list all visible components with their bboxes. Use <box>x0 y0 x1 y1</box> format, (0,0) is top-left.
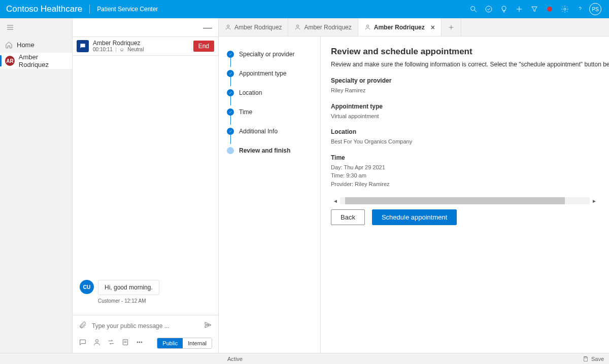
svg-point-15 <box>141 342 142 343</box>
pill-internal[interactable]: Internal <box>183 338 212 348</box>
tab-bar: Amber Rodriquez Amber Rodriquez Amber Ro… <box>219 18 609 37</box>
svg-point-17 <box>297 25 299 27</box>
send-icon[interactable] <box>204 321 212 331</box>
field-time: Time Day: Thu Apr 29 2021 Time: 9:30 am … <box>331 154 609 189</box>
call-timer: 00:10:11 <box>93 47 113 53</box>
transfer-icon[interactable] <box>107 338 115 348</box>
field-location: Location Best For You Organics Company <box>331 128 609 146</box>
minimize-icon[interactable]: — <box>203 22 212 33</box>
lightbulb-icon[interactable] <box>496 0 512 18</box>
app-header: Contoso Healthcare Patient Service Cente… <box>0 0 609 18</box>
horizontal-scrollbar[interactable]: ◄ ► <box>331 197 609 204</box>
notes-icon[interactable] <box>121 338 129 348</box>
svg-line-1 <box>475 10 477 12</box>
chat-message: CU Hi, good morning. <box>80 280 211 295</box>
close-icon[interactable]: × <box>431 23 435 31</box>
nav-session[interactable]: AR Amber Rodriquez <box>0 53 72 69</box>
sentiment-icon: ☺ <box>119 47 124 53</box>
conversation-header: Amber Rodriquez 00:10:11 ☺ Neutral End <box>73 37 218 56</box>
chat-body: CU Hi, good morning. Customer - 12:12 AM <box>73 56 218 315</box>
end-button[interactable]: End <box>193 41 214 52</box>
svg-point-9 <box>95 340 98 342</box>
gear-icon[interactable] <box>557 0 572 18</box>
review-hint: Review and make sure the following infor… <box>331 61 609 68</box>
review-title: Review and schedule appointment <box>331 47 609 57</box>
pill-public[interactable]: Public <box>157 338 183 348</box>
nav-home-label: Home <box>17 41 35 49</box>
step-time[interactable]: Time <box>227 102 320 122</box>
attach-icon[interactable] <box>79 321 87 331</box>
svg-point-0 <box>471 7 475 11</box>
session-avatar: AR <box>5 56 15 66</box>
save-button[interactable]: Save <box>583 356 609 362</box>
step-review[interactable]: Review and finish <box>227 141 320 160</box>
svg-point-18 <box>366 25 368 27</box>
step-list: Specialty or provider Appointment type L… <box>219 37 320 353</box>
svg-point-2 <box>486 6 492 12</box>
svg-point-16 <box>227 25 229 27</box>
record-icon[interactable] <box>542 0 557 18</box>
status-active: Active <box>0 356 243 362</box>
brand-name: Contoso Healthcare <box>6 4 89 14</box>
quick-reply-icon[interactable] <box>79 338 87 348</box>
nav-session-label: Amber Rodriquez <box>19 53 67 68</box>
message-input[interactable] <box>92 319 199 333</box>
svg-point-14 <box>139 342 140 343</box>
app-subtitle: Patient Service Center <box>92 6 158 13</box>
visibility-toggle[interactable]: Public Internal <box>157 338 212 349</box>
work-area: Amber Rodriquez Amber Rodriquez Amber Ro… <box>219 18 609 353</box>
message-composer: Public Internal <box>73 315 218 353</box>
svg-point-5 <box>564 8 566 10</box>
task-icon[interactable] <box>481 0 496 18</box>
step-additional[interactable]: Additional Info <box>227 122 320 141</box>
tab-add[interactable] <box>442 18 461 36</box>
hamburger-icon[interactable] <box>0 18 72 37</box>
message-meta: Customer - 12:12 AM <box>98 298 211 304</box>
back-button[interactable]: Back <box>331 209 365 225</box>
tab-1[interactable]: Amber Rodriquez <box>288 18 358 36</box>
header-divider <box>89 5 90 14</box>
status-bar: Active Save <box>0 353 609 364</box>
filter-icon[interactable] <box>527 0 542 18</box>
svg-rect-10 <box>123 340 127 345</box>
plus-icon[interactable] <box>512 0 527 18</box>
customer-name: Amber Rodriquez <box>93 40 189 47</box>
message-avatar: CU <box>80 280 94 294</box>
tab-0[interactable]: Amber Rodriquez <box>219 18 288 36</box>
step-specialty[interactable]: Specialty or provider <box>227 45 320 64</box>
nav-home[interactable]: Home <box>0 37 72 53</box>
step-location[interactable]: Location <box>227 83 320 102</box>
help-icon[interactable] <box>572 0 588 18</box>
field-type: Appointment type Virtual appointment <box>331 103 609 121</box>
sentiment-label: Neutral <box>127 47 144 53</box>
tab-2[interactable]: Amber Rodriquez× <box>358 18 442 36</box>
svg-rect-21 <box>585 356 587 358</box>
chat-channel-icon <box>77 40 89 52</box>
svg-point-13 <box>137 342 138 343</box>
step-type[interactable]: Appointment type <box>227 64 320 83</box>
more-icon[interactable] <box>136 338 144 348</box>
review-panel: Review and schedule appointment Review a… <box>320 37 609 353</box>
consult-icon[interactable] <box>93 338 101 348</box>
chat-panel: — Amber Rodriquez 00:10:11 ☺ Neutral End… <box>73 18 219 353</box>
left-nav: Home AR Amber Rodriquez <box>0 18 73 353</box>
user-avatar[interactable]: PS <box>588 0 603 18</box>
schedule-button[interactable]: Schedule appointment <box>372 209 457 225</box>
search-icon[interactable] <box>466 0 481 18</box>
message-text: Hi, good morning. <box>98 280 159 295</box>
field-specialty: Specialty or provider Riley Ramirez <box>331 77 609 95</box>
